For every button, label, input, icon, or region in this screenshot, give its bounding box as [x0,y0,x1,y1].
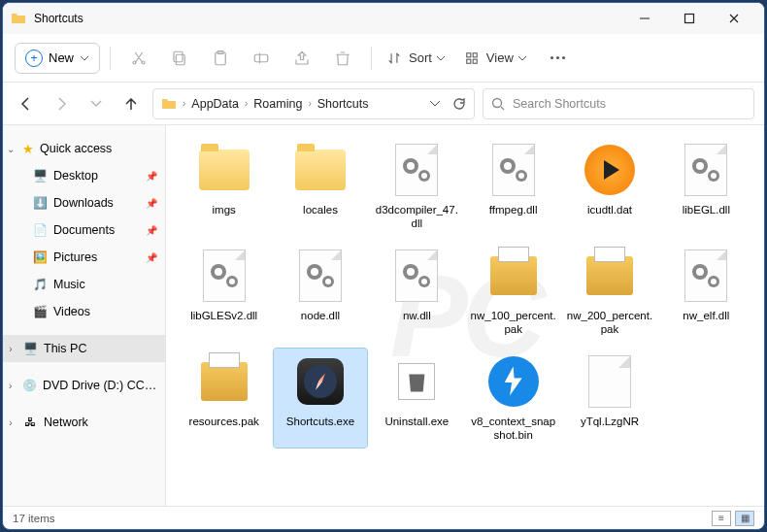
file-item[interactable]: nw_200_percent.pak [563,243,655,343]
view-button[interactable]: View [459,47,537,69]
file-item[interactable]: locales [274,137,366,237]
content-pane[interactable]: PC imgslocalesd3dcompiler_47.dllffmpeg.d… [166,125,764,506]
toolbar: + New Sort View [3,34,764,83]
file-item[interactable]: yTql.LzgNR [563,349,655,449]
file-icon [679,249,733,303]
item-count: 17 items [13,513,54,524]
svg-rect-0 [685,15,694,23]
svg-rect-2 [174,51,183,62]
file-icon [486,354,541,409]
titlebar[interactable]: Shortcuts [3,3,764,34]
pin-icon: 📌 [146,198,157,209]
forward-button[interactable] [48,90,75,117]
chevron-right-icon: › [5,381,17,391]
close-button[interactable] [712,3,756,34]
file-icon [583,143,637,197]
rename-button[interactable] [243,41,280,76]
sidebar-dvd[interactable]: › 💿 DVD Drive (D:) CCCC [3,372,165,399]
file-name: imgs [213,203,236,216]
item-icon: 🖥️ [32,168,48,183]
item-icon: 🎬 [32,304,48,319]
file-item[interactable]: Shortcuts.exe [274,349,366,449]
sidebar-item[interactable]: 🎵Music [3,271,165,298]
svg-point-10 [493,98,502,107]
file-item[interactable]: icudtl.dat [563,137,655,237]
file-name: locales [303,203,338,216]
file-item[interactable]: d3dcompiler_47.dll [371,137,463,237]
file-name: libEGL.dll [683,203,730,216]
file-icon [293,354,348,409]
refresh-button[interactable] [452,97,466,111]
file-item[interactable]: ffmpeg.dll [467,137,559,237]
minimize-button[interactable] [622,3,667,34]
file-icon [293,249,348,303]
file-name: d3dcompiler_47.dll [373,203,460,231]
item-icon: 📄 [32,222,48,238]
pin-icon: 📌 [146,171,157,182]
svg-rect-8 [467,59,471,63]
file-icon [583,354,637,409]
file-item[interactable]: nw.dll [371,243,463,343]
sidebar-item[interactable]: ⬇️Downloads📌 [3,189,165,216]
delete-button[interactable] [324,41,361,76]
sort-icon [387,51,401,65]
chevron-down-icon: ⌄ [5,144,17,154]
paste-button[interactable] [202,41,239,76]
file-name: nw_elf.dll [683,309,729,322]
body: ⌄ ★ Quick access 🖥️Desktop📌⬇️Downloads📌📄… [3,125,764,506]
file-icon [389,249,444,303]
sidebar-item[interactable]: 🖼️Pictures📌 [3,244,165,271]
sidebar-network[interactable]: › 🖧 Network [3,409,165,436]
new-button[interactable]: + New [15,43,100,74]
up-button[interactable] [117,90,145,117]
sort-button[interactable]: Sort [382,47,455,69]
file-icon [486,143,541,197]
file-item[interactable]: v8_context_snapshot.bin [467,349,559,449]
file-item[interactable]: resources.pak [178,349,270,449]
sidebar-item[interactable]: 📄Documents📌 [3,216,165,244]
view-icon [465,51,479,65]
sidebar-this-pc[interactable]: › 🖥️ This PC [3,335,165,362]
file-name: nw_200_percent.pak [566,309,653,337]
file-name: resources.pak [189,415,259,428]
maximize-button[interactable] [667,3,712,34]
cut-button[interactable] [120,41,157,76]
chevron-down-icon[interactable] [429,98,441,110]
folder-icon [161,96,177,112]
file-item[interactable]: nw_elf.dll [660,243,752,343]
file-name: node.dll [301,309,340,322]
sidebar-item[interactable]: 🎬Videos [3,298,165,325]
breadcrumb[interactable]: Shortcuts [317,97,369,111]
statusbar: 17 items ≡ ▦ [3,506,764,529]
share-button[interactable] [283,41,320,76]
file-item[interactable]: Uninstall.exe [371,349,463,449]
file-icon [679,143,733,197]
file-item[interactable]: libGLESv2.dll [178,243,270,343]
svg-rect-1 [176,54,184,65]
file-item[interactable]: nw_100_percent.pak [467,243,559,343]
details-view-button[interactable]: ≡ [712,511,731,526]
file-item[interactable]: imgs [178,137,270,237]
breadcrumb[interactable]: Roaming [253,97,302,111]
sidebar-quick-access[interactable]: ⌄ ★ Quick access [3,135,165,162]
icons-view-button[interactable]: ▦ [735,511,754,526]
file-item[interactable]: libEGL.dll [660,137,752,237]
copy-button[interactable] [161,41,198,76]
network-icon: 🖧 [22,415,38,430]
more-button[interactable] [541,56,575,59]
search-input[interactable]: Search Shortcuts [483,88,754,119]
window-title: Shortcuts [34,12,622,25]
explorer-window: Shortcuts + New Sort View [2,2,765,530]
address-bar[interactable]: › AppData › Roaming › Shortcuts [152,88,475,119]
chevron-down-icon [80,53,89,63]
breadcrumb[interactable]: AppData [191,97,239,111]
item-icon: 🖼️ [32,249,48,265]
file-icon [389,143,444,197]
pin-icon: 📌 [146,225,157,236]
sidebar-item[interactable]: 🖥️Desktop📌 [3,162,165,189]
item-icon: ⬇️ [32,195,48,211]
file-icon [197,354,251,409]
recent-button[interactable] [83,90,110,117]
back-button[interactable] [13,90,40,117]
file-item[interactable]: node.dll [274,243,366,343]
